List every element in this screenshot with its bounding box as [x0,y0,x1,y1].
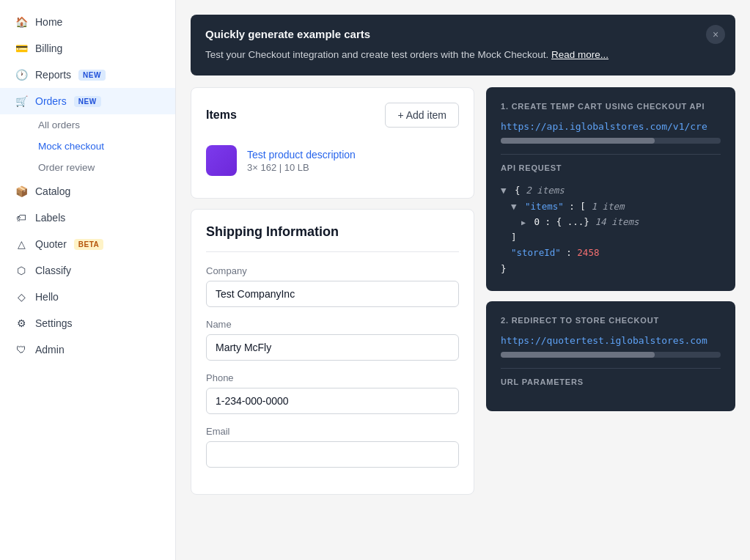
admin-icon: 🛡 [15,343,28,356]
sub-nav-all-orders[interactable]: All orders [38,114,175,136]
content-columns: Items + Add item Test product descriptio… [191,87,735,495]
api-panel-1-title: 1. CREATE TEMP CART USING CHECKOUT API [501,102,721,111]
sidebar-item-label: Billing [35,43,62,54]
company-label: Company [206,265,459,276]
company-group: Company [206,265,459,307]
name-group: Name [206,319,459,361]
sidebar-item-settings[interactable]: ⚙ Settings [0,310,175,336]
sidebar-item-orders[interactable]: 🛒 Orders NEW [0,88,175,114]
url-scroll-thumb-2 [501,352,655,358]
orders-icon: 🛒 [15,95,28,108]
phone-label: Phone [206,372,459,383]
items-card-header: Items + Add item [206,103,459,128]
reports-icon: 🕐 [15,68,28,81]
sidebar-item-admin[interactable]: 🛡 Admin [0,336,175,363]
sidebar-item-label: Classify [35,265,71,276]
sidebar-item-label: Orders [35,95,67,107]
api-request-label: API REQUEST [501,163,721,172]
settings-icon: ⚙ [15,317,28,330]
json-line-0: ▼ { 2 items [501,183,721,198]
product-meta: 3× 162 | 10 LB [247,162,356,173]
shipping-title: Shipping Information [206,224,459,252]
name-label: Name [206,319,459,330]
email-label: Email [206,426,459,437]
left-column: Items + Add item Test product descriptio… [191,87,474,495]
email-group: Email [206,426,459,468]
company-input[interactable] [206,281,459,307]
divider-1 [501,154,721,155]
sidebar-item-label: Quoter [35,238,67,250]
json-line-3: ] [501,229,721,245]
sub-nav-order-review[interactable]: Order review [38,157,175,178]
sidebar-item-label: Hello [35,291,59,303]
catalog-icon: 📦 [15,185,28,198]
labels-icon: 🏷 [15,211,28,224]
orders-sub-nav: All orders Mock checkout Order review [0,114,175,178]
api-panel-2: 2. REDIRECT TO STORE CHECKOUT https://qu… [486,301,735,411]
sidebar-item-catalog[interactable]: 📦 Catalog [0,178,175,205]
phone-input[interactable] [206,388,459,414]
json-line-1: ▼ "items" : [ 1 item [501,199,721,214]
banner-title: Quickly generate example carts [205,28,721,40]
sidebar-item-label: Admin [35,344,65,355]
shipping-card: Shipping Information Company Name Phone … [191,209,474,495]
api-panel-2-title: 2. REDIRECT TO STORE CHECKOUT [501,316,721,325]
url-scrollbar-1[interactable] [501,138,721,144]
triangle-icon: ▼ [501,185,507,196]
email-input[interactable] [206,441,459,468]
sidebar-item-home[interactable]: 🏠 Home [0,9,175,35]
name-input[interactable] [206,334,459,361]
sidebar-item-classify[interactable]: ⬡ Classify [0,257,175,284]
json-line-4: "storeId" : 2458 [501,245,721,260]
billing-icon: 💳 [15,42,28,55]
orders-badge: NEW [74,96,101,107]
divider-2 [501,368,721,369]
items-title: Items [206,108,237,122]
sub-nav-mock-checkout[interactable]: Mock checkout [38,136,175,157]
banner-read-more-link[interactable]: Read more... [551,49,609,60]
banner-close-button[interactable]: × [706,25,725,44]
json-viewer: ▼ { 2 items ▼ "items" : [ 1 item ▶ 0 : {… [501,183,721,276]
sidebar-item-labels[interactable]: 🏷 Labels [0,205,175,231]
sidebar-item-label: Labels [35,212,65,224]
product-info: Test product description 3× 162 | 10 LB [247,149,356,173]
sidebar-item-hello[interactable]: ◇ Hello [0,284,175,310]
quoter-badge: BETA [74,239,103,250]
api-panel-1: 1. CREATE TEMP CART USING CHECKOUT API h… [486,87,735,291]
triangle-icon-sm: ▶ [521,218,526,226]
reports-badge: NEW [78,70,106,81]
product-name: Test product description [247,149,356,161]
quoter-icon: △ [15,237,28,251]
banner-text: Test your Checkout integration and creat… [205,48,721,62]
sidebar-item-label: Home [35,16,62,28]
triangle-icon: ▼ [511,201,517,212]
sidebar-item-label: Settings [35,317,73,329]
api-panel-1-url: https://api.iglobalstores.com/v1/cre [501,121,721,132]
items-card: Items + Add item Test product descriptio… [191,87,474,199]
product-thumbnail [206,145,237,176]
url-scrollbar-2[interactable] [501,352,721,358]
banner: Quickly generate example carts Test your… [191,15,735,75]
sidebar-item-quoter[interactable]: △ Quoter BETA [0,231,175,257]
api-panel-2-url: https://quotertest.iglobalstores.com [501,335,721,346]
classify-icon: ⬡ [15,264,28,277]
phone-group: Phone [206,372,459,414]
home-icon: 🏠 [15,15,28,29]
sidebar: 🏠 Home 💳 Billing 🕐 Reports NEW 🛒 Orders … [0,0,176,560]
sidebar-item-label: Catalog [35,185,70,197]
url-scroll-thumb-1 [501,138,655,144]
add-item-button[interactable]: + Add item [385,103,459,128]
right-column: 1. CREATE TEMP CART USING CHECKOUT API h… [486,87,735,411]
json-line-5: } [501,261,721,276]
main-content: Quickly generate example carts Test your… [176,0,750,560]
hello-icon: ◇ [15,290,28,303]
product-row: Test product description 3× 162 | 10 LB [206,138,459,183]
sidebar-item-reports[interactable]: 🕐 Reports NEW [0,62,175,88]
sidebar-item-billing[interactable]: 💳 Billing [0,35,175,62]
sidebar-item-label: Reports [35,69,71,81]
url-params-label: URL PARAMETERS [501,377,721,386]
json-line-2: ▶ 0 : { ...} 14 items [501,214,721,229]
